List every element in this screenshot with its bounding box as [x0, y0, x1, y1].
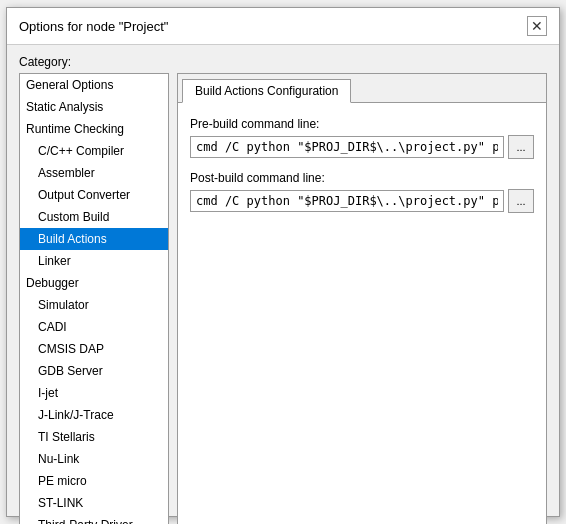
sidebar-item-6[interactable]: Custom Build — [20, 206, 168, 228]
sidebar-item-17[interactable]: Nu-Link — [20, 448, 168, 470]
category-label: Category: — [19, 55, 547, 69]
tab-bar: Build Actions Configuration — [178, 74, 546, 103]
sidebar-item-7[interactable]: Build Actions — [20, 228, 168, 250]
title-bar: Options for node "Project" ✕ — [7, 8, 559, 45]
dialog: Options for node "Project" ✕ Category: G… — [6, 7, 560, 517]
postbuild-row: ... — [190, 189, 534, 213]
sidebar-item-16[interactable]: TI Stellaris — [20, 426, 168, 448]
postbuild-browse-button[interactable]: ... — [508, 189, 534, 213]
sidebar-item-3[interactable]: C/C++ Compiler — [20, 140, 168, 162]
sidebar-item-10[interactable]: Simulator — [20, 294, 168, 316]
dialog-body: Category: General OptionsStatic Analysis… — [7, 45, 559, 524]
sidebar-item-4[interactable]: Assembler — [20, 162, 168, 184]
sidebar-item-2[interactable]: Runtime Checking — [20, 118, 168, 140]
tab-build-actions[interactable]: Build Actions Configuration — [182, 79, 351, 103]
prebuild-group: Pre-build command line: ... — [190, 117, 534, 159]
sidebar-item-19[interactable]: ST-LINK — [20, 492, 168, 514]
content-area: General OptionsStatic AnalysisRuntime Ch… — [19, 73, 547, 524]
main-panel: Build Actions Configuration Pre-build co… — [177, 73, 547, 524]
dialog-title: Options for node "Project" — [19, 19, 168, 34]
sidebar-item-5[interactable]: Output Converter — [20, 184, 168, 206]
sidebar-item-13[interactable]: GDB Server — [20, 360, 168, 382]
sidebar-item-0[interactable]: General Options — [20, 74, 168, 96]
sidebar-item-9[interactable]: Debugger — [20, 272, 168, 294]
sidebar-item-11[interactable]: CADI — [20, 316, 168, 338]
prebuild-row: ... — [190, 135, 534, 159]
close-button[interactable]: ✕ — [527, 16, 547, 36]
prebuild-label: Pre-build command line: — [190, 117, 534, 131]
prebuild-input[interactable] — [190, 136, 504, 158]
panel-content: Pre-build command line: ... Post-build c… — [178, 103, 546, 524]
sidebar-item-18[interactable]: PE micro — [20, 470, 168, 492]
sidebar-item-1[interactable]: Static Analysis — [20, 96, 168, 118]
sidebar-item-14[interactable]: I-jet — [20, 382, 168, 404]
sidebar-item-20[interactable]: Third-Party Driver — [20, 514, 168, 524]
sidebar-item-8[interactable]: Linker — [20, 250, 168, 272]
sidebar-item-15[interactable]: J-Link/J-Trace — [20, 404, 168, 426]
postbuild-label: Post-build command line: — [190, 171, 534, 185]
postbuild-group: Post-build command line: ... — [190, 171, 534, 213]
postbuild-input[interactable] — [190, 190, 504, 212]
prebuild-browse-button[interactable]: ... — [508, 135, 534, 159]
sidebar: General OptionsStatic AnalysisRuntime Ch… — [19, 73, 169, 524]
sidebar-item-12[interactable]: CMSIS DAP — [20, 338, 168, 360]
